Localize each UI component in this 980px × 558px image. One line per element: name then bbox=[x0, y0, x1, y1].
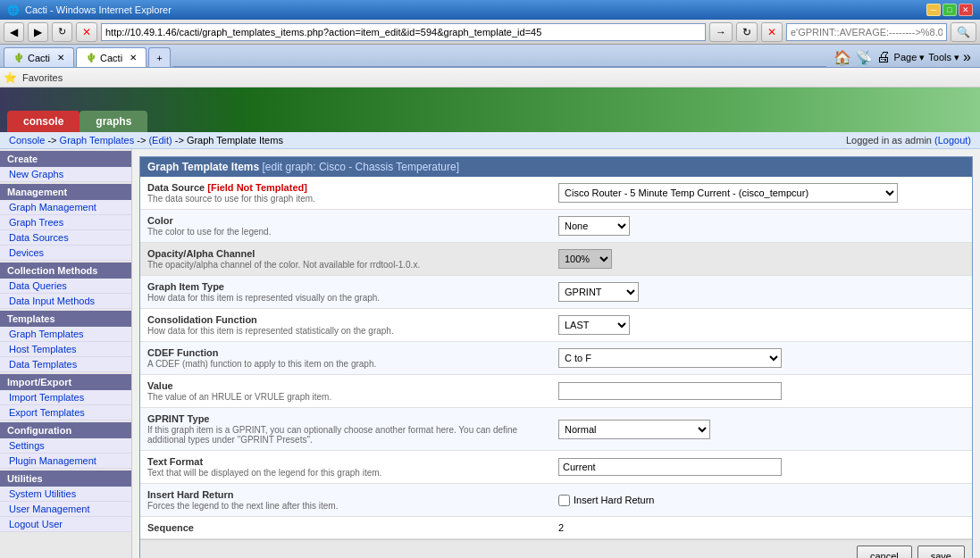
sidebar-item-logout-user[interactable]: Logout User bbox=[0, 517, 131, 532]
consolidation-label-cell: Consolidation Function How data for this… bbox=[140, 309, 551, 342]
console-tab[interactable]: console bbox=[7, 111, 80, 132]
color-select[interactable]: None bbox=[558, 216, 630, 236]
refresh-button[interactable]: ↻ bbox=[52, 22, 72, 42]
consolidation-input-cell: LAST bbox=[551, 309, 972, 342]
sequence-input-cell: 2 bbox=[551, 517, 972, 539]
graph-item-type-row: Graph Item Type How data for this item i… bbox=[140, 276, 972, 309]
tab-label-1: Cacti bbox=[100, 53, 122, 63]
hard-return-row: Insert Hard Return Forces the legend to … bbox=[140, 484, 972, 517]
sidebar-item-data-templates[interactable]: Data Templates bbox=[0, 357, 131, 372]
text-format-desc: Text that will be displayed on the legen… bbox=[147, 468, 544, 478]
forward-button[interactable]: ▶ bbox=[28, 22, 48, 42]
consolidation-desc: How data for this item is represented st… bbox=[147, 326, 544, 336]
address-bar[interactable] bbox=[101, 23, 706, 41]
sidebar-item-graph-trees[interactable]: Graph Trees bbox=[0, 215, 131, 230]
sidebar-item-new-graphs[interactable]: New Graphs bbox=[0, 167, 131, 182]
sidebar: Create New Graphs Management Graph Manag… bbox=[0, 149, 132, 558]
breadcrumb-graph-templates[interactable]: Graph Templates bbox=[60, 135, 135, 146]
sidebar-item-plugin-management[interactable]: Plugin Management bbox=[0, 454, 131, 469]
graph-item-type-select[interactable]: GPRINT bbox=[558, 282, 639, 302]
browser-tabs: 🌵 Cacti ✕ 🌵 Cacti ✕ + 🏠 📡 🖨 Page ▾ Tools… bbox=[0, 45, 980, 68]
tab-close-1[interactable]: ✕ bbox=[130, 53, 137, 62]
form-panel-header: Graph Template Items [edit graph: Cisco … bbox=[140, 157, 972, 177]
data-source-select[interactable]: Cisco Router - 5 Minute Temp Current - (… bbox=[558, 183, 898, 203]
search-bar[interactable] bbox=[786, 23, 947, 41]
sidebar-item-settings[interactable]: Settings bbox=[0, 438, 131, 454]
text-format-input[interactable] bbox=[558, 458, 782, 476]
save-button[interactable]: save bbox=[917, 546, 965, 558]
links-label: Favorites bbox=[22, 72, 63, 83]
sidebar-item-data-sources[interactable]: Data Sources bbox=[0, 230, 131, 246]
graphs-tab[interactable]: graphs bbox=[80, 111, 147, 132]
feeds-icon[interactable]: 📡 bbox=[855, 49, 873, 66]
page-menu[interactable]: Page ▾ bbox=[894, 52, 926, 63]
gprint-row: GPRINT Type If this graph item is a GPRI… bbox=[140, 408, 972, 451]
tab-favicon-1: 🌵 bbox=[86, 53, 96, 62]
gprint-input-cell: Normal bbox=[551, 408, 972, 451]
sidebar-item-import-templates[interactable]: Import Templates bbox=[0, 390, 131, 405]
consolidation-title: Consolidation Function bbox=[147, 314, 544, 325]
sequence-label-cell: Sequence bbox=[140, 517, 551, 539]
logged-in-text: Logged in as admin bbox=[846, 135, 932, 146]
favorites-icon[interactable]: ⭐ bbox=[4, 71, 17, 84]
cdef-desc: A CDEF (math) function to apply to this … bbox=[147, 359, 544, 369]
graph-item-type-input-cell: GPRINT bbox=[551, 276, 972, 309]
new-tab-button[interactable]: + bbox=[148, 47, 170, 67]
home-icon[interactable]: 🏠 bbox=[833, 49, 851, 66]
hard-return-checkbox[interactable] bbox=[558, 495, 570, 506]
window-title: Cacti - Windows Internet Explorer bbox=[25, 4, 172, 15]
cancel-button[interactable]: cancel bbox=[857, 546, 912, 558]
browser-tab-0[interactable]: 🌵 Cacti ✕ bbox=[4, 47, 74, 67]
data-source-label-cell: Data Source [Field Not Templated] The da… bbox=[140, 177, 551, 210]
sidebar-item-export-templates[interactable]: Export Templates bbox=[0, 405, 131, 421]
stop-btn2[interactable]: ✕ bbox=[761, 22, 783, 42]
value-input[interactable] bbox=[558, 382, 782, 400]
expand-icon[interactable]: » bbox=[963, 49, 971, 65]
tools-menu[interactable]: Tools ▾ bbox=[928, 52, 959, 63]
logout-link[interactable]: (Logout) bbox=[934, 135, 971, 146]
search-button[interactable]: 🔍 bbox=[951, 22, 976, 42]
sequence-value: 2 bbox=[558, 519, 564, 537]
sidebar-item-graph-management[interactable]: Graph Management bbox=[0, 200, 131, 215]
stop-button[interactable]: ✕ bbox=[76, 22, 97, 42]
title-bar: 🌐 Cacti - Windows Internet Explorer ─ □ … bbox=[0, 0, 980, 20]
sidebar-item-data-queries[interactable]: Data Queries bbox=[0, 279, 131, 294]
value-title: Value bbox=[147, 380, 544, 391]
refresh-btn2[interactable]: ↻ bbox=[736, 22, 758, 42]
breadcrumb-console[interactable]: Console bbox=[9, 135, 45, 146]
opacity-select[interactable]: 100% bbox=[558, 249, 612, 269]
graph-item-type-title: Graph Item Type bbox=[147, 281, 544, 292]
hard-return-label-cell: Insert Hard Return Forces the legend to … bbox=[140, 484, 551, 517]
cdef-row: CDEF Function A CDEF (math) function to … bbox=[140, 342, 972, 375]
sidebar-item-user-management[interactable]: User Management bbox=[0, 502, 131, 517]
sidebar-item-system-utilities[interactable]: System Utilities bbox=[0, 487, 131, 502]
content-area: Graph Template Items [edit graph: Cisco … bbox=[132, 149, 980, 558]
main-layout: Create New Graphs Management Graph Manag… bbox=[0, 149, 980, 558]
maximize-button[interactable]: □ bbox=[942, 4, 957, 16]
hard-return-label: Insert Hard Return bbox=[558, 495, 965, 506]
consolidation-select[interactable]: LAST bbox=[558, 315, 630, 335]
tab-close-0[interactable]: ✕ bbox=[57, 53, 64, 62]
breadcrumb-bar: Console -> Graph Templates -> (Edit) -> … bbox=[0, 132, 980, 149]
sidebar-item-graph-templates[interactable]: Graph Templates bbox=[0, 327, 131, 342]
breadcrumb-edit[interactable]: (Edit) bbox=[148, 135, 172, 146]
gprint-desc: If this graph item is a GPRINT, you can … bbox=[147, 425, 544, 445]
form-panel: Graph Template Items [edit graph: Cisco … bbox=[139, 156, 973, 558]
minimize-button[interactable]: ─ bbox=[926, 4, 941, 16]
go-button[interactable]: → bbox=[709, 22, 733, 42]
browser-tools[interactable]: 🏠 📡 🖨 Page ▾ Tools ▾ » bbox=[828, 47, 976, 67]
sidebar-item-data-input-methods[interactable]: Data Input Methods bbox=[0, 294, 131, 309]
opacity-title: Opacity/Alpha Channel bbox=[147, 248, 544, 259]
sidebar-item-host-templates[interactable]: Host Templates bbox=[0, 342, 131, 357]
back-button[interactable]: ◀ bbox=[4, 22, 24, 42]
close-button[interactable]: ✕ bbox=[959, 4, 973, 16]
print-icon[interactable]: 🖨 bbox=[876, 49, 891, 65]
gprint-select[interactable]: Normal bbox=[558, 420, 710, 439]
button-row: cancel save bbox=[140, 539, 972, 558]
browser-tab-1[interactable]: 🌵 Cacti ✕ bbox=[76, 47, 147, 67]
opacity-row: Opacity/Alpha Channel The opacity/alpha … bbox=[140, 243, 972, 276]
window-controls[interactable]: ─ □ ✕ bbox=[926, 4, 973, 16]
cdef-select[interactable]: C to F bbox=[558, 348, 782, 368]
sidebar-item-devices[interactable]: Devices bbox=[0, 246, 131, 261]
hard-return-checkbox-label: Insert Hard Return bbox=[574, 495, 654, 505]
